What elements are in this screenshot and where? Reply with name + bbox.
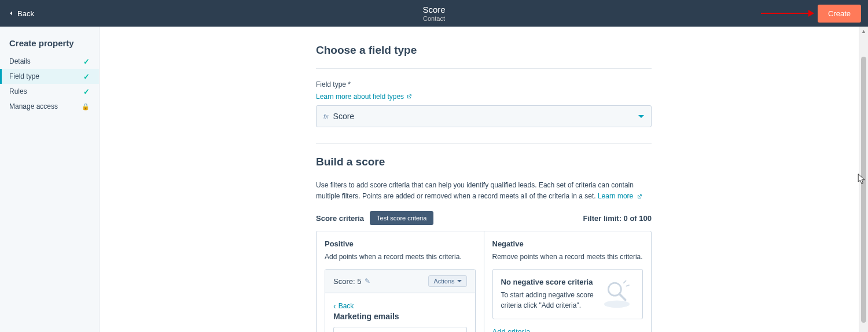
learn-more-text: Learn more bbox=[598, 192, 633, 200]
divider bbox=[316, 143, 652, 144]
negative-empty-title: No negative score criteria bbox=[501, 278, 594, 286]
check-icon: ✓ bbox=[83, 72, 90, 81]
score-criteria-label: Score criteria bbox=[316, 214, 364, 223]
score-card: Score: 5 ✎ Actions ‹ Back bbox=[325, 269, 476, 332]
sidebar-item-details[interactable]: Details ✓ bbox=[0, 54, 99, 69]
positive-column: Positive Add points when a record meets … bbox=[317, 231, 484, 332]
sidebar: Create property Details ✓ Field type ✓ R… bbox=[0, 27, 100, 332]
criteria-container: Positive Add points when a record meets … bbox=[316, 231, 652, 332]
chevron-down-icon bbox=[638, 115, 644, 118]
negative-desc: Remove points when a record meets this c… bbox=[492, 253, 643, 261]
magnifier-illustration-icon bbox=[599, 278, 634, 309]
back-label: Back bbox=[17, 9, 34, 18]
field-type-value: Score bbox=[333, 112, 355, 121]
score-card-body: ‹ Back Marketing emails Company Signed bbox=[325, 293, 475, 332]
page-subtitle: Contact bbox=[422, 15, 445, 22]
scrollbar[interactable]: ▲ bbox=[859, 27, 868, 332]
sidebar-item-field-type[interactable]: Field type ✓ bbox=[0, 69, 99, 84]
header-title-block: Score Contact bbox=[422, 5, 445, 22]
main-content: Choose a field type Field type * Learn m… bbox=[100, 27, 868, 332]
negative-column: Negative Remove points when a record mee… bbox=[484, 231, 652, 332]
sidebar-item-rules[interactable]: Rules ✓ bbox=[0, 84, 99, 99]
learn-link-text: Learn more about field types bbox=[316, 93, 404, 101]
actions-label: Actions bbox=[433, 278, 454, 285]
negative-empty-state: No negative score criteria To start addi… bbox=[492, 269, 643, 319]
score-card-header: Score: 5 ✎ Actions bbox=[325, 270, 475, 293]
search-box[interactable] bbox=[333, 327, 467, 332]
negative-empty-desc: To start adding negative score criteria … bbox=[501, 290, 594, 311]
score-value[interactable]: Score: 5 ✎ bbox=[333, 277, 370, 286]
check-icon: ✓ bbox=[83, 87, 90, 96]
lock-icon: 🔒 bbox=[82, 103, 90, 110]
sidebar-item-label: Rules bbox=[9, 87, 27, 95]
card-back-label: Back bbox=[339, 302, 354, 310]
pencil-icon: ✎ bbox=[365, 277, 370, 285]
build-score-description: Use filters to add score criteria that c… bbox=[316, 180, 652, 202]
sidebar-item-manage-access[interactable]: Manage access 🔒 bbox=[0, 99, 99, 114]
actions-button[interactable]: Actions bbox=[428, 275, 466, 287]
add-criteria-link[interactable]: Add criteria bbox=[492, 327, 643, 332]
back-button[interactable]: Back bbox=[7, 9, 34, 18]
chevron-left-icon: ‹ bbox=[333, 301, 336, 311]
positive-title: Positive bbox=[325, 239, 476, 248]
divider bbox=[316, 68, 652, 69]
svg-line-3 bbox=[624, 281, 626, 283]
svg-line-2 bbox=[620, 294, 626, 300]
svg-line-4 bbox=[627, 285, 630, 286]
choose-field-heading: Choose a field type bbox=[316, 44, 652, 57]
card-back-link[interactable]: ‹ Back bbox=[333, 301, 467, 311]
sidebar-title: Create property bbox=[0, 38, 99, 54]
marketing-emails-title: Marketing emails bbox=[333, 312, 467, 321]
negative-title: Negative bbox=[492, 239, 643, 248]
score-value-text: Score: 5 bbox=[333, 277, 361, 286]
learn-more-link[interactable]: Learn more bbox=[598, 192, 642, 200]
create-button[interactable]: Create bbox=[818, 5, 861, 23]
external-link-icon bbox=[637, 194, 642, 200]
sidebar-item-label: Manage access bbox=[9, 102, 58, 110]
build-score-heading: Build a score bbox=[316, 156, 652, 168]
build-desc-text: Use filters to add score criteria that c… bbox=[316, 181, 634, 200]
function-icon: fx bbox=[323, 113, 329, 120]
page-title: Score bbox=[422, 5, 445, 14]
external-link-icon bbox=[406, 94, 412, 99]
scroll-up-icon[interactable]: ▲ bbox=[859, 27, 868, 36]
app-header: Back Score Contact Create bbox=[0, 0, 868, 27]
criteria-header: Score criteria Test score criteria Filte… bbox=[316, 211, 652, 225]
learn-field-types-link[interactable]: Learn more about field types bbox=[316, 93, 412, 101]
field-type-select[interactable]: fx Score bbox=[316, 105, 652, 127]
filter-limit-label: Filter limit: 0 of 100 bbox=[583, 214, 652, 223]
chevron-left-icon bbox=[7, 9, 15, 17]
positive-desc: Add points when a record meets this crit… bbox=[325, 253, 476, 261]
field-type-label: Field type * bbox=[316, 80, 652, 88]
sidebar-item-label: Field type bbox=[9, 72, 39, 80]
check-icon: ✓ bbox=[83, 57, 90, 66]
sidebar-item-label: Details bbox=[9, 57, 31, 65]
test-score-button[interactable]: Test score criteria bbox=[370, 211, 433, 225]
chevron-down-icon bbox=[457, 280, 462, 282]
svg-point-0 bbox=[604, 301, 630, 308]
header-actions: Create bbox=[761, 5, 861, 23]
annotation-arrow bbox=[761, 13, 813, 14]
scroll-thumb[interactable] bbox=[861, 57, 866, 323]
